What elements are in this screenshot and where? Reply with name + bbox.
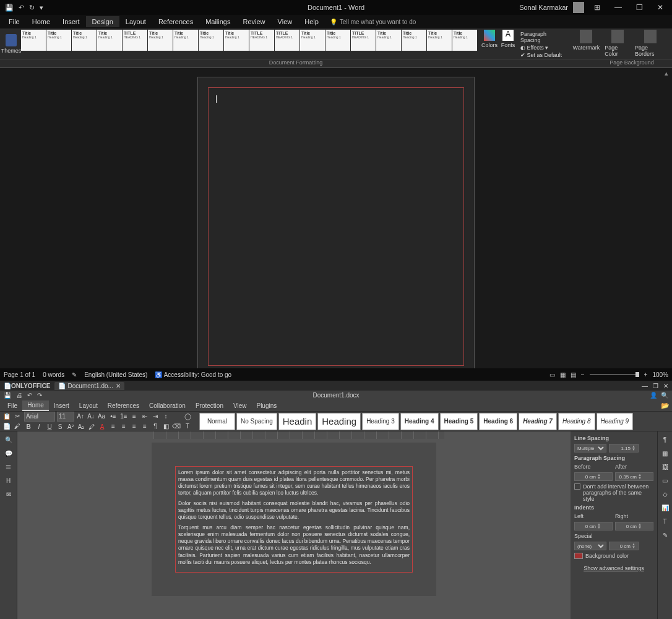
special-indent-mode[interactable]: (none)	[574, 542, 606, 550]
style-thumbnail[interactable]: TitleHeading 1	[427, 30, 452, 51]
tab-view[interactable]: View	[272, 16, 299, 27]
nonprinting-icon[interactable]: ¶	[151, 422, 160, 431]
line-spacing-mode[interactable]: Multiple	[574, 444, 606, 452]
cut-icon[interactable]: ✂	[13, 412, 22, 421]
horizontal-ruler[interactable]	[153, 431, 444, 439]
justify-icon[interactable]: ≡	[140, 422, 149, 431]
font-color-icon[interactable]: A	[98, 423, 106, 431]
advanced-settings-link[interactable]: Show advanced settings	[574, 565, 653, 571]
user-name[interactable]: Sonal Karmakar	[519, 4, 568, 11]
minimize-icon[interactable]: —	[610, 3, 626, 12]
zoom-out-icon[interactable]: −	[581, 371, 585, 378]
increase-indent-icon[interactable]: ⇥	[151, 412, 160, 421]
word-page[interactable]	[197, 77, 475, 368]
spell-check-icon[interactable]: ✎	[72, 371, 77, 378]
onlyoffice-page[interactable]: Lorem ipsum dolor sit amet consectetur a…	[152, 443, 436, 596]
increase-size-icon[interactable]: A↑	[76, 412, 85, 421]
fonts-button[interactable]: AFonts	[499, 30, 517, 58]
effects-menu[interactable]: ◐ Effects ▾	[520, 45, 566, 51]
bullets-icon[interactable]: •≡	[109, 412, 118, 421]
headings-icon[interactable]: H	[4, 476, 13, 485]
style-heading6[interactable]: Heading 6	[479, 413, 517, 430]
tab-design[interactable]: Design	[86, 16, 119, 27]
tab-layout[interactable]: Layout	[74, 401, 103, 410]
style-normal[interactable]: Normal	[199, 413, 235, 430]
page-indicator[interactable]: Page 1 of 1	[4, 371, 35, 378]
style-thumbnail[interactable]: TitleHeading 1	[199, 30, 223, 51]
strike-icon[interactable]: S	[56, 423, 64, 431]
search-icon[interactable]: 🔍	[661, 391, 668, 400]
zoom-in-icon[interactable]: +	[644, 371, 648, 378]
feedback-icon[interactable]: ✉	[4, 490, 13, 498]
tab-view[interactable]: View	[228, 401, 252, 410]
style-thumbnail[interactable]: TitleHeading 1	[21, 30, 46, 51]
tab-file[interactable]: File	[2, 16, 26, 27]
style-thumbnail[interactable]: TitleHeading 1	[376, 30, 401, 51]
word-document-area[interactable]: ▴	[0, 68, 672, 368]
style-heading8[interactable]: Heading 8	[558, 413, 595, 430]
paragraph[interactable]: Lorem ipsum dolor sit amet consectetur a…	[178, 469, 410, 496]
style-thumbnail[interactable]: TitleHeading 1	[97, 30, 122, 51]
qat-dropdown-icon[interactable]: ▾	[40, 4, 43, 12]
paragraph-spacing-menu[interactable]: Paragraph Spacing	[520, 31, 566, 43]
shape-panel-icon[interactable]: ◇	[661, 490, 670, 498]
tab-references[interactable]: References	[152, 16, 199, 27]
colors-button[interactable]: Colors	[481, 30, 498, 58]
document-tab[interactable]: 📄 Document1.do... ✕	[54, 382, 124, 390]
search-icon[interactable]: 🔍	[4, 435, 13, 444]
decrease-indent-icon[interactable]: ⇤	[140, 412, 149, 421]
save-icon[interactable]: 💾	[5, 4, 14, 12]
paragraph-panel-icon[interactable]: ¶	[661, 435, 670, 444]
style-thumbnail[interactable]: TitleHeading 1	[224, 30, 249, 51]
tab-insert[interactable]: Insert	[56, 16, 86, 27]
style-thumbnail[interactable]: TITLEHEADING 1	[123, 30, 147, 51]
italic-icon[interactable]: I	[35, 423, 43, 431]
style-heading4[interactable]: Heading 4	[400, 413, 439, 430]
tab-home[interactable]: Home	[22, 400, 49, 411]
underline-icon[interactable]: U	[45, 423, 54, 431]
align-left-icon[interactable]: ≡	[109, 422, 118, 431]
special-indent-value[interactable]: ▲▼	[609, 542, 639, 550]
style-heading7[interactable]: Heading 7	[519, 413, 557, 430]
insert-shape-icon[interactable]: ◯	[183, 412, 192, 421]
no-interval-checkbox[interactable]: Don't add interval between paragraphs of…	[574, 483, 653, 502]
style-heading9[interactable]: Heading 9	[597, 413, 634, 430]
maximize-icon[interactable]: ❐	[653, 383, 658, 389]
close-icon[interactable]: ✕	[663, 383, 668, 389]
line-spacing-value[interactable]: ▲▼	[609, 444, 639, 452]
page-borders-button[interactable]: Page Borders	[635, 30, 666, 58]
style-thumbnail[interactable]: TitleHeading 1	[46, 30, 71, 51]
style-thumbnail[interactable]: TitleHeading 1	[173, 30, 198, 51]
style-thumbnail[interactable]: TitleHeading 1	[452, 30, 477, 51]
bg-color-swatch[interactable]	[574, 553, 583, 559]
themes-button[interactable]: Themes	[2, 30, 20, 58]
tab-mailings[interactable]: Mailings	[199, 16, 236, 27]
undo-icon[interactable]: ↶	[27, 391, 32, 400]
style-thumbnail[interactable]: TitleHeading 1	[325, 30, 350, 51]
paragraph[interactable]: Dolor sociis nisi euismod habitant conse…	[178, 500, 410, 521]
style-thumbnail[interactable]: TitleHeading 1	[402, 30, 426, 51]
zoom-level[interactable]: 100%	[652, 371, 668, 378]
user-avatar-icon[interactable]	[573, 2, 584, 13]
decrease-size-icon[interactable]: A↓	[87, 412, 95, 421]
text-frame[interactable]: Lorem ipsum dolor sit amet consectetur a…	[175, 466, 413, 573]
superscript-icon[interactable]: A²	[66, 423, 75, 431]
clear-style-icon[interactable]: ⌫	[172, 422, 181, 431]
signature-panel-icon[interactable]: ✎	[661, 530, 670, 539]
tab-home[interactable]: Home	[26, 16, 56, 27]
font-select[interactable]	[24, 412, 55, 422]
style-heading5[interactable]: Heading 5	[440, 413, 478, 430]
highlight-icon[interactable]: 🖍	[87, 423, 96, 431]
spacing-before[interactable]: ▲▼	[574, 472, 613, 481]
multilevel-icon[interactable]: ≡	[130, 412, 139, 421]
web-layout-icon[interactable]: ▤	[571, 371, 576, 378]
tab-references[interactable]: References	[103, 401, 144, 410]
redo-icon[interactable]: ↻	[29, 4, 35, 12]
style-nospacing[interactable]: No Spacing	[236, 413, 277, 430]
print-icon[interactable]: 🖨	[16, 391, 22, 400]
language-indicator[interactable]: English (United States)	[84, 371, 147, 378]
navigation-icon[interactable]: ☰	[4, 462, 13, 471]
copy-icon[interactable]: 📋	[2, 412, 11, 421]
tab-plugins[interactable]: Plugins	[251, 401, 282, 410]
style-heading3[interactable]: Heading 3	[362, 413, 399, 430]
